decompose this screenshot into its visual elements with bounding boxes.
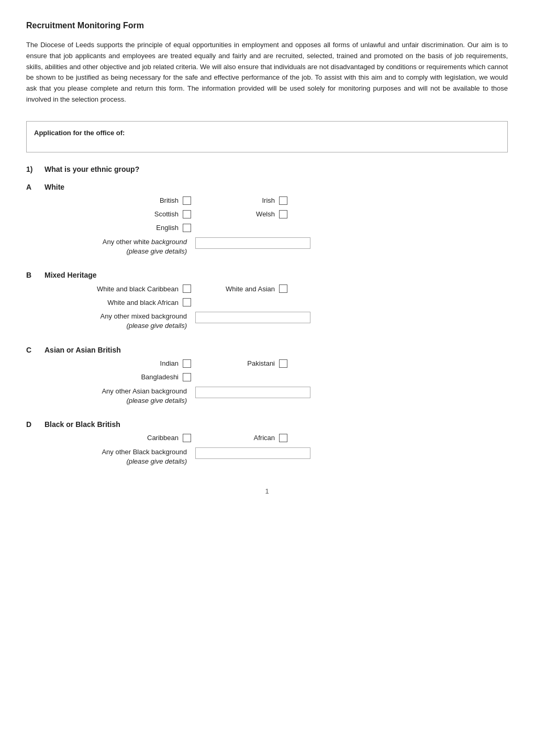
intro-paragraph: The Diocese of Leeds supports the princi… bbox=[26, 40, 508, 105]
checkbox-pakistani[interactable] bbox=[279, 359, 287, 368]
option-indian-left: Indian bbox=[44, 359, 191, 368]
option-row-other-white: Any other white background (please give … bbox=[44, 237, 508, 256]
option-white-asian-right: White and Asian bbox=[222, 284, 327, 293]
option-african-left: White and black African bbox=[44, 298, 191, 306]
section-d: D Black or Black British Caribbean Afric… bbox=[26, 420, 508, 466]
checkbox-bangladeshi[interactable] bbox=[183, 373, 191, 381]
option-row-indian-pakistani: Indian Pakistani bbox=[44, 359, 508, 368]
section-c-label: Asian or Asian British bbox=[44, 346, 121, 354]
other-white-input[interactable] bbox=[195, 237, 310, 249]
section-c-options: Indian Pakistani Bangladeshi Any other A… bbox=[44, 359, 508, 406]
option-english-left: English bbox=[44, 224, 191, 232]
other-black-sub: (please give details) bbox=[126, 457, 187, 465]
label-pakistani: Pakistani bbox=[222, 359, 275, 367]
other-white-italic: background bbox=[151, 238, 187, 246]
other-mixed-normal: Any other mixed background bbox=[101, 312, 187, 320]
other-white-normal: Any other white bbox=[103, 238, 151, 246]
section-b: B Mixed Heritage White and black Caribbe… bbox=[26, 271, 508, 331]
option-welsh-right: Welsh bbox=[222, 210, 327, 218]
checkbox-indian[interactable] bbox=[183, 359, 191, 368]
option-row-english: English bbox=[44, 224, 508, 232]
label-bangladeshi: Bangladeshi bbox=[141, 373, 179, 381]
question1-num: 1) bbox=[26, 165, 44, 173]
section-b-label: Mixed Heritage bbox=[44, 271, 97, 279]
option-irish-right: Irish bbox=[222, 196, 327, 205]
application-office-input[interactable] bbox=[135, 127, 500, 143]
application-office-label: Application for the office of: bbox=[34, 127, 135, 137]
option-row-other-mixed: Any other mixed background (please give … bbox=[44, 312, 508, 331]
other-black-input[interactable] bbox=[195, 447, 310, 459]
option-african-right: African bbox=[222, 434, 327, 442]
other-mixed-input[interactable] bbox=[195, 312, 310, 323]
label-other-black: Any other Black background (please give … bbox=[44, 447, 191, 466]
option-row-british-irish: British Irish bbox=[44, 196, 508, 205]
option-row-caribbean-asian: White and black Caribbean White and Asia… bbox=[44, 284, 508, 293]
section-a: A White British Irish Scottish Welsh bbox=[26, 183, 508, 256]
section-b-letter: B bbox=[26, 271, 44, 279]
checkbox-english[interactable] bbox=[183, 224, 191, 232]
section-c: C Asian or Asian British Indian Pakistan… bbox=[26, 346, 508, 406]
label-african: African bbox=[222, 434, 275, 442]
section-a-header: A White bbox=[26, 183, 508, 191]
other-asian-normal: Any other Asian background bbox=[102, 387, 187, 395]
label-irish: Irish bbox=[222, 196, 275, 204]
checkbox-welsh[interactable] bbox=[279, 210, 287, 218]
section-a-label: White bbox=[44, 183, 64, 191]
checkbox-african[interactable] bbox=[279, 434, 287, 442]
checkbox-black-caribbean[interactable] bbox=[183, 434, 191, 442]
page-number: 1 bbox=[26, 487, 508, 495]
other-white-sub: (please give details) bbox=[126, 247, 187, 255]
checkbox-caribbean[interactable] bbox=[183, 284, 191, 293]
section-b-header: B Mixed Heritage bbox=[26, 271, 508, 279]
checkbox-british[interactable] bbox=[183, 196, 191, 205]
checkbox-white-asian[interactable] bbox=[279, 284, 287, 293]
section-d-letter: D bbox=[26, 420, 44, 429]
option-row-other-black: Any other Black background (please give … bbox=[44, 447, 508, 466]
label-scottish: Scottish bbox=[154, 210, 179, 218]
label-other-white: Any other white background (please give … bbox=[44, 237, 191, 256]
label-other-asian: Any other Asian background (please give … bbox=[44, 387, 191, 406]
label-indian: Indian bbox=[160, 359, 179, 367]
section-c-header: C Asian or Asian British bbox=[26, 346, 508, 354]
label-british: British bbox=[160, 196, 179, 204]
option-pakistani-right: Pakistani bbox=[222, 359, 327, 368]
section-b-options: White and black Caribbean White and Asia… bbox=[44, 284, 508, 331]
label-caribbean: White and black Caribbean bbox=[97, 285, 179, 293]
other-asian-sub: (please give details) bbox=[126, 397, 187, 404]
label-other-mixed: Any other mixed background (please give … bbox=[44, 312, 191, 331]
section-d-options: Caribbean African Any other Black backgr… bbox=[44, 434, 508, 466]
other-mixed-sub: (please give details) bbox=[126, 322, 187, 330]
option-row-scottish-welsh: Scottish Welsh bbox=[44, 210, 508, 218]
option-row-african: White and black African bbox=[44, 298, 508, 306]
section-a-options: British Irish Scottish Welsh English bbox=[44, 196, 508, 256]
option-row-bangladeshi: Bangladeshi bbox=[44, 373, 508, 381]
label-english: English bbox=[156, 224, 179, 232]
section-c-letter: C bbox=[26, 346, 44, 354]
label-welsh: Welsh bbox=[222, 210, 275, 218]
other-black-normal: Any other Black background bbox=[102, 448, 187, 456]
option-caribbean-left: White and black Caribbean bbox=[44, 284, 191, 293]
section-d-header: D Black or Black British bbox=[26, 420, 508, 429]
checkbox-irish[interactable] bbox=[279, 196, 287, 205]
label-black-caribbean: Caribbean bbox=[147, 434, 179, 442]
application-office-section: Application for the office of: bbox=[26, 121, 508, 152]
question1-row: 1) What is your ethnic group? bbox=[26, 165, 508, 173]
form-title: Recruitment Monitoring Form bbox=[26, 21, 508, 30]
option-row-black-caribbean-african: Caribbean African bbox=[44, 434, 508, 442]
question1-text: What is your ethnic group? bbox=[44, 165, 139, 173]
label-white-asian: White and Asian bbox=[222, 285, 275, 293]
label-white-african: White and black African bbox=[107, 299, 179, 306]
section-a-letter: A bbox=[26, 183, 44, 191]
option-row-other-asian: Any other Asian background (please give … bbox=[44, 387, 508, 406]
checkbox-white-african[interactable] bbox=[183, 298, 191, 306]
checkbox-scottish[interactable] bbox=[183, 210, 191, 218]
other-asian-input[interactable] bbox=[195, 387, 310, 398]
option-scottish-left: Scottish bbox=[44, 210, 191, 218]
option-british-left: British bbox=[44, 196, 191, 205]
option-black-caribbean-left: Caribbean bbox=[44, 434, 191, 442]
option-bangladeshi-left: Bangladeshi bbox=[44, 373, 191, 381]
section-d-label: Black or Black British bbox=[44, 420, 120, 429]
